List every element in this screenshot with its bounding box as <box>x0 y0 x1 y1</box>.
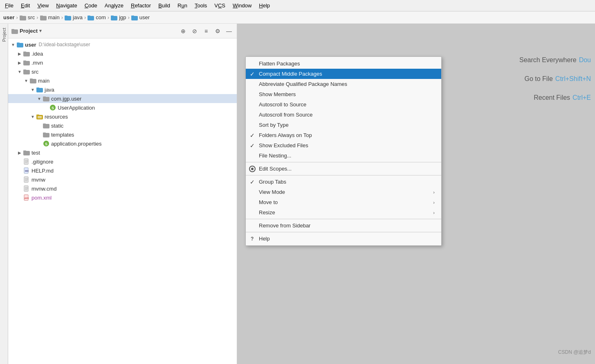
menu-item-autoscroll-from-source[interactable]: Autoscroll from Source <box>246 110 441 120</box>
tree-label: test <box>31 150 40 156</box>
vertical-tab-project[interactable]: Project <box>0 24 8 364</box>
menu-separator-1 <box>246 162 441 162</box>
tree-arrow: ▶ <box>16 52 23 56</box>
tree-item-static[interactable]: static <box>8 121 237 130</box>
folder-blue-icon <box>111 15 117 20</box>
tree-item-com-jgp-user[interactable]: ▼ com.jgp.user <box>8 94 237 103</box>
menu-refactor[interactable]: Refactor <box>128 1 154 10</box>
tree-item-src[interactable]: ▼ src <box>8 67 237 76</box>
tree-item-user-application[interactable]: S UserApplication <box>8 103 237 112</box>
menu-window[interactable]: Window <box>229 1 255 10</box>
menu-vcs[interactable]: VCS <box>211 1 229 10</box>
tree-item-test[interactable]: ▶ test <box>8 148 237 157</box>
menu-item-show-excluded[interactable]: ✓ Show Excluded Files <box>246 140 441 151</box>
breadcrumb-user[interactable]: user <box>131 14 150 20</box>
menu-view[interactable]: View <box>34 1 52 10</box>
tree-label: .mvn <box>31 60 43 66</box>
question-icon: ? <box>251 236 254 242</box>
svg-rect-3 <box>40 16 43 17</box>
tree-label: com.jgp.user <box>51 96 81 102</box>
menu-tools[interactable]: Tools <box>191 1 210 10</box>
tree-label: HELP.md <box>31 168 54 174</box>
menu-item-help[interactable]: ? Help <box>246 234 441 244</box>
tree-item-mvn[interactable]: ▶ .mvn <box>8 58 237 67</box>
folder-blue-icon <box>16 41 24 48</box>
menu-separator-3 <box>246 219 441 219</box>
menu-help[interactable]: Help <box>256 1 273 10</box>
tree-item-java[interactable]: ▼ java <box>8 85 237 94</box>
menu-file[interactable]: File <box>2 1 17 10</box>
breadcrumb-jgp[interactable]: jgp <box>111 14 126 20</box>
menu-item-view-mode[interactable]: View Mode › <box>246 187 441 197</box>
svg-rect-19 <box>23 61 26 62</box>
folder-gray-icon <box>23 149 30 156</box>
breadcrumb-com[interactable]: com <box>88 14 106 20</box>
menu-item-flatten-packages[interactable]: Flatten Packages <box>246 58 441 69</box>
menu-item-file-nesting[interactable]: File Nesting... <box>246 151 441 161</box>
hint-shortcut-label: Ctrl+E <box>573 94 591 101</box>
context-menu: Flatten Packages ✓ Compact Middle Packag… <box>245 56 442 246</box>
breadcrumb-java[interactable]: java <box>65 14 83 20</box>
toolbar-add-btn[interactable]: ⊕ <box>179 27 188 36</box>
svg-rect-31 <box>36 115 39 116</box>
menu-run[interactable]: Run <box>174 1 191 10</box>
tree-label: UserApplication <box>58 105 95 111</box>
tree-item-pom-xml[interactable]: pom pom.xml <box>8 193 237 202</box>
toolbar-scroll-btn[interactable]: ⊘ <box>190 27 199 36</box>
breadcrumb-sep-6: › <box>128 14 130 20</box>
menu-item-group-tabs[interactable]: ✓ Group Tabs <box>246 177 441 187</box>
menu-item-remove-from-sidebar[interactable]: Remove from Sidebar <box>246 220 441 231</box>
menu-code[interactable]: Code <box>81 1 101 10</box>
svg-rect-27 <box>43 97 46 98</box>
menu-item-move-to[interactable]: Move to › <box>246 197 441 207</box>
folder-gray-icon <box>43 122 50 129</box>
svg-rect-5 <box>65 16 67 17</box>
tree-item-gitignore[interactable]: .gitignore <box>8 157 237 166</box>
breadcrumb-main[interactable]: main <box>40 14 60 20</box>
resources-folder-icon <box>36 113 43 120</box>
tree-item-user-root[interactable]: ▼ user D:\ideal-backstage\user <box>8 40 237 49</box>
svg-rect-17 <box>23 52 26 53</box>
folder-gray-icon <box>43 131 50 138</box>
tree-arrow: ▼ <box>36 97 43 101</box>
package-icon <box>43 95 50 102</box>
folder-gray-icon <box>23 59 30 66</box>
breadcrumb-src[interactable]: src <box>20 14 35 20</box>
toolbar-minimize-btn[interactable]: — <box>225 27 234 36</box>
tree-item-help-md[interactable]: MD HELP.md <box>8 166 237 175</box>
tree-item-templates[interactable]: templates <box>8 130 237 139</box>
menu-item-show-members[interactable]: Show Members <box>246 89 441 99</box>
tree-item-resources[interactable]: ▼ resources <box>8 112 237 121</box>
svg-rect-35 <box>43 124 46 125</box>
tree-item-mvnw-cmd[interactable]: mvnw.cmd <box>8 184 237 193</box>
tree-item-mvnw[interactable]: mvnw <box>8 175 237 184</box>
csdn-badge: CSDN @追梦d <box>558 349 591 356</box>
menu-item-abbreviate[interactable]: Abbreviate Qualified Package Names <box>246 79 441 89</box>
file-text-icon <box>23 176 30 183</box>
menu-item-folders-always-on-top[interactable]: ✓ Folders Always on Top <box>246 130 441 140</box>
folder-gray-icon <box>23 50 30 57</box>
tree-item-app-properties[interactable]: S application.properties <box>8 139 237 148</box>
tree-item-main[interactable]: ▼ main <box>8 76 237 85</box>
hint-shortcut-label: Dou <box>579 56 591 64</box>
file-tree: ▼ user D:\ideal-backstage\user ▶ <box>8 38 237 364</box>
breadcrumb-user-root[interactable]: user <box>3 14 14 20</box>
project-toolbar: Project ▾ ⊕ ⊘ ≡ ⚙ — <box>8 24 237 38</box>
menu-edit[interactable]: Edit <box>18 1 33 10</box>
tree-arrow: ▼ <box>16 70 23 74</box>
submenu-arrow-icon: › <box>433 200 435 205</box>
svg-rect-15 <box>17 43 20 44</box>
menu-item-compact-middle-packages[interactable]: ✓ Compact Middle Packages <box>246 69 441 79</box>
tree-arrow: ▼ <box>23 79 29 83</box>
menu-item-autoscroll-to-source[interactable]: Autoscroll to Source <box>246 99 441 110</box>
menu-item-sort-by-type[interactable]: Sort by Type <box>246 120 441 130</box>
tree-item-idea[interactable]: ▶ .idea <box>8 49 237 58</box>
toolbar-filter-btn[interactable]: ≡ <box>202 27 211 36</box>
menu-navigate[interactable]: Navigate <box>53 1 80 10</box>
menu-item-resize[interactable]: Resize › <box>246 207 441 218</box>
folder-blue-icon <box>131 15 138 20</box>
toolbar-settings-btn[interactable]: ⚙ <box>213 27 222 36</box>
menu-analyze[interactable]: Analyze <box>101 1 127 10</box>
menu-build[interactable]: Build <box>155 1 173 10</box>
menu-item-edit-scopes[interactable]: Edit Scopes... <box>246 164 441 174</box>
